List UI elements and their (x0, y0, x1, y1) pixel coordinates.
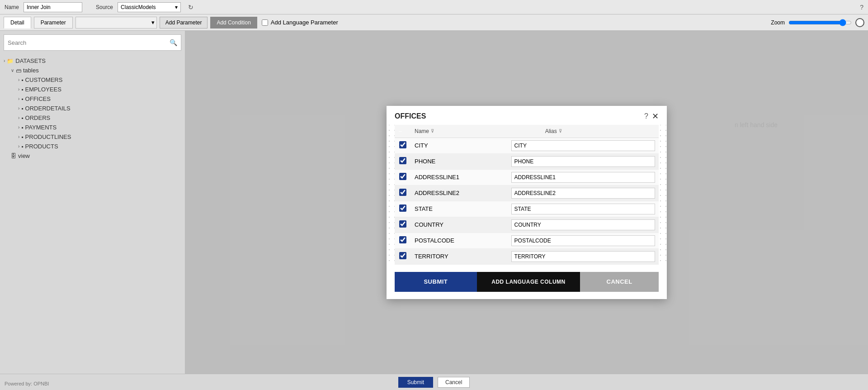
bottom-submit-button[interactable]: Submit (398, 377, 433, 388)
row-check-cell-1 (395, 153, 411, 169)
alias-input-3[interactable] (511, 188, 655, 199)
row-check-cell-7 (395, 248, 411, 264)
row-name-1: PHONE (411, 153, 508, 169)
row-alias-cell-7 (508, 248, 659, 264)
refresh-icon[interactable]: ↻ (188, 4, 193, 11)
row-alias-cell-0 (508, 138, 659, 154)
sidebar-item-datasets[interactable]: ›📁DATASETS (4, 56, 181, 66)
zoom-circle-indicator (855, 18, 864, 27)
alias-input-2[interactable] (511, 172, 655, 183)
sidebar-item-orderdetails[interactable]: ›▪ORDERDETAILS (4, 104, 181, 113)
submit-button[interactable]: SUBMIT (395, 272, 477, 292)
row-alias-cell-6 (508, 233, 659, 248)
tree-icon-products: ▪ (21, 143, 23, 150)
search-box[interactable]: 🔍 (4, 34, 181, 51)
tab-dropdown[interactable]: ▾ (75, 17, 157, 29)
tree-label-view: view (18, 152, 30, 159)
alias-input-5[interactable] (511, 219, 655, 230)
alias-input-6[interactable] (511, 235, 655, 246)
sidebar-item-employees[interactable]: ›▪EMPLOYEES (4, 85, 181, 94)
row-check-cell-0 (395, 138, 411, 154)
tree-label-productlines: PRODUCTLINES (25, 133, 71, 140)
alias-input-7[interactable] (511, 251, 655, 262)
col-header-name: Name ⊽ (411, 125, 542, 138)
table-row: PHONE (395, 153, 659, 169)
lang-param-area: Add Language Parameter (262, 19, 338, 26)
row-name-0: CITY (411, 138, 508, 154)
offices-dialog: OFFICES ? ✕ − (387, 106, 667, 299)
sidebar-item-offices[interactable]: ›▪OFFICES (4, 94, 181, 104)
cancel-button[interactable]: CANCEL (580, 272, 659, 292)
add-language-column-button[interactable]: ADD LANGUAGE COLUMN (477, 272, 580, 292)
row-check-cell-6 (395, 233, 411, 248)
zoom-slider[interactable] (788, 19, 852, 26)
sidebar-item-productlines[interactable]: ›▪PRODUCTLINES (4, 132, 181, 142)
row-check-cell-2 (395, 169, 411, 185)
sidebar-item-customers[interactable]: ›▪CUSTOMERS (4, 75, 181, 85)
alias-input-4[interactable] (511, 204, 655, 214)
zoom-label: Zoom (771, 19, 785, 26)
sidebar-item-products[interactable]: ›▪PRODUCTS (4, 142, 181, 151)
row-name-4: STATE (411, 201, 508, 217)
toolbar: Detail Parameter ▾ Add Parameter Add Con… (0, 14, 868, 31)
row-alias-cell-2 (508, 169, 659, 185)
row-checkbox-5[interactable] (399, 220, 406, 228)
row-checkbox-4[interactable] (399, 205, 406, 212)
source-select[interactable]: ClassicModels ▾ (118, 2, 181, 12)
tree-label-customers: CUSTOMERS (25, 76, 63, 83)
tree-label-datasets: DATASETS (15, 57, 46, 64)
caret-icon-orderdetails: › (18, 106, 19, 111)
dialog-table-area: − Name ⊽ Alias (395, 125, 659, 265)
tree-label-orderdetails: ORDERDETAILS (25, 105, 71, 112)
name-input[interactable] (24, 2, 82, 12)
tree-icon-offices: ▪ (21, 96, 23, 102)
zoom-area: Zoom (771, 18, 864, 27)
bottom-cancel-button[interactable]: Cancel (438, 377, 470, 388)
dialog-table: − Name ⊽ Alias (395, 125, 659, 138)
sidebar-item-orders[interactable]: ›▪ORDERS (4, 113, 181, 123)
caret-icon-tables: ∨ (11, 68, 14, 73)
lang-param-checkbox[interactable] (262, 19, 268, 26)
row-checkbox-0[interactable] (399, 141, 406, 148)
tree-icon-employees: ▪ (21, 86, 23, 93)
table-row: CITY (395, 138, 659, 154)
sidebar-item-view[interactable]: 🗄view (4, 151, 181, 161)
dialog-help-button[interactable]: ? (644, 112, 648, 120)
row-alias-cell-1 (508, 153, 659, 169)
caret-icon-customers: › (18, 77, 19, 82)
right-canvas: n left hand side OFFICES ? ✕ (185, 31, 868, 374)
tab-parameter[interactable]: Parameter (34, 17, 73, 29)
tree-area: ›📁DATASETS∨🗃tables›▪CUSTOMERS›▪EMPLOYEES… (0, 54, 185, 374)
alias-filter-icon[interactable]: ⊽ (559, 128, 562, 133)
table-row: TERRITORY (395, 248, 659, 264)
row-checkbox-2[interactable] (399, 173, 406, 180)
row-checkbox-3[interactable] (399, 189, 406, 196)
col-alias-label: Alias (545, 128, 557, 134)
tree-icon-orderdetails: ▪ (21, 105, 23, 112)
table-scroll-container[interactable]: CITYPHONEADDRESSLINE1ADDRESSLINE2STATECO… (395, 138, 659, 265)
row-name-2: ADDRESSLINE1 (411, 169, 508, 185)
row-checkbox-1[interactable] (399, 157, 406, 164)
tree-icon-orders: ▪ (21, 115, 23, 121)
table-row: STATE (395, 201, 659, 217)
tab-detail[interactable]: Detail (4, 17, 31, 29)
dialog-close-button[interactable]: ✕ (652, 112, 659, 120)
row-alias-cell-3 (508, 185, 659, 201)
add-condition-button[interactable]: Add Condition (210, 17, 257, 29)
add-parameter-button[interactable]: Add Parameter (160, 17, 208, 29)
row-checkbox-7[interactable] (399, 252, 406, 259)
search-input[interactable] (8, 39, 170, 46)
row-check-cell-5 (395, 217, 411, 233)
lang-param-label: Add Language Parameter (271, 19, 338, 26)
row-checkbox-6[interactable] (399, 236, 406, 243)
sidebar: 🔍 ›📁DATASETS∨🗃tables›▪CUSTOMERS›▪EMPLOYE… (0, 31, 185, 374)
tree-icon-productlines: ▪ (21, 134, 23, 140)
sidebar-item-tables[interactable]: ∨🗃tables (4, 66, 181, 75)
row-name-7: TERRITORY (411, 248, 508, 264)
name-filter-icon[interactable]: ⊽ (431, 128, 434, 133)
help-icon[interactable]: ? (860, 4, 863, 11)
alias-input-1[interactable] (511, 156, 655, 167)
tree-icon-payments: ▪ (21, 124, 23, 131)
sidebar-item-payments[interactable]: ›▪PAYMENTS (4, 123, 181, 132)
alias-input-0[interactable] (511, 140, 655, 151)
